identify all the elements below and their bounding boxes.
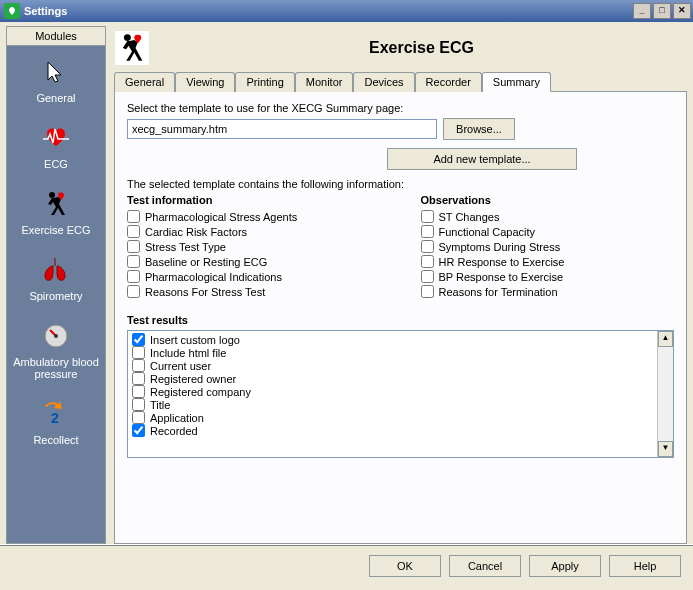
chk-pharm-indications[interactable]: Pharmacological Indications	[127, 270, 381, 283]
cursor-icon	[40, 56, 72, 88]
page-title: Exercise ECG	[156, 39, 687, 57]
main-panel: Exercise ECG General Viewing Printing Mo…	[106, 26, 687, 544]
chk-include-html[interactable]: Include html file	[132, 346, 657, 359]
sidebar-body: General ECG Exercise ECG Spirometry	[7, 46, 105, 543]
titlebar: Settings _ □ ✕	[0, 0, 693, 22]
ecg-heart-icon	[40, 122, 72, 154]
chk-stress-test-type[interactable]: Stress Test Type	[127, 240, 381, 253]
chk-functional-capacity[interactable]: Functional Capacity	[421, 225, 675, 238]
chk-st-changes[interactable]: ST Changes	[421, 210, 675, 223]
chk-recorded[interactable]: Recorded	[132, 424, 657, 437]
cancel-button[interactable]: Cancel	[449, 555, 521, 577]
scroll-up-button[interactable]: ▲	[658, 331, 673, 347]
chk-application[interactable]: Application	[132, 411, 657, 424]
content-area: Modules General ECG Exercise ECG	[0, 22, 693, 544]
chk-symptoms-stress[interactable]: Symptoms During Stress	[421, 240, 675, 253]
chk-hr-response[interactable]: HR Response to Exercise	[421, 255, 675, 268]
exercise-ecg-icon	[40, 188, 72, 220]
gauge-icon	[40, 320, 72, 352]
scroll-track[interactable]	[658, 347, 673, 441]
chk-current-user[interactable]: Current user	[132, 359, 657, 372]
window-controls: _ □ ✕	[633, 3, 691, 19]
module-ambulatory-bp[interactable]: Ambulatory blood pressure	[7, 310, 105, 388]
chk-cardiac-risk[interactable]: Cardiac Risk Factors	[127, 225, 381, 238]
tab-printing[interactable]: Printing	[235, 72, 294, 92]
svg-point-4	[124, 34, 131, 41]
chk-registered-owner[interactable]: Registered owner	[132, 372, 657, 385]
chk-reasons-termination[interactable]: Reasons for Termination	[421, 285, 675, 298]
chk-baseline-ecg[interactable]: Baseline or Resting ECG	[127, 255, 381, 268]
observations-header: Observations	[421, 194, 675, 206]
module-general[interactable]: General	[7, 46, 105, 112]
module-recollect[interactable]: 2 Recollect	[7, 388, 105, 454]
browse-button[interactable]: Browse...	[443, 118, 515, 140]
tab-summary[interactable]: Summary	[482, 72, 551, 92]
lungs-icon	[40, 254, 72, 286]
test-results-header: Test results	[127, 314, 674, 326]
summary-panel: Select the template to use for the XECG …	[114, 92, 687, 544]
select-template-label: Select the template to use for the XECG …	[127, 102, 674, 114]
module-label: Exercise ECG	[9, 224, 103, 236]
module-spirometry[interactable]: Spirometry	[7, 244, 105, 310]
svg-point-0	[49, 192, 55, 198]
window-title: Settings	[24, 5, 633, 17]
tab-viewing[interactable]: Viewing	[175, 72, 235, 92]
chk-pharm-stress-agents[interactable]: Pharmacological Stress Agents	[127, 210, 381, 223]
sidebar-header: Modules	[7, 27, 105, 46]
add-template-button[interactable]: Add new template...	[387, 148, 577, 170]
module-exercise-ecg[interactable]: Exercise ECG	[7, 178, 105, 244]
scroll-down-button[interactable]: ▼	[658, 441, 673, 457]
chk-title[interactable]: Title	[132, 398, 657, 411]
test-results-list: Insert custom logo Include html file Cur…	[127, 330, 674, 458]
tab-bar: General Viewing Printing Monitor Devices…	[114, 72, 687, 92]
app-icon	[4, 3, 20, 19]
module-label: General	[9, 92, 103, 104]
ok-button[interactable]: OK	[369, 555, 441, 577]
help-button[interactable]: Help	[609, 555, 681, 577]
test-info-header: Test information	[127, 194, 381, 206]
svg-point-2	[54, 334, 58, 338]
exercise-ecg-header-icon	[114, 30, 150, 66]
chk-registered-company[interactable]: Registered company	[132, 385, 657, 398]
template-path-input[interactable]	[127, 119, 437, 139]
contains-label: The selected template contains the follo…	[127, 178, 674, 190]
svg-text:2: 2	[51, 410, 59, 426]
dialog-button-bar: OK Cancel Apply Help	[0, 544, 693, 587]
test-info-column: Test information Pharmacological Stress …	[127, 194, 381, 300]
tab-monitor[interactable]: Monitor	[295, 72, 354, 92]
main-header: Exercise ECG	[114, 26, 687, 72]
close-button[interactable]: ✕	[673, 3, 691, 19]
modules-sidebar: Modules General ECG Exercise ECG	[6, 26, 106, 544]
module-label: Recollect	[9, 434, 103, 446]
minimize-button[interactable]: _	[633, 3, 651, 19]
recollect-icon: 2	[40, 398, 72, 430]
module-label: ECG	[9, 158, 103, 170]
observations-column: Observations ST Changes Functional Capac…	[421, 194, 675, 300]
chk-insert-logo[interactable]: Insert custom logo	[132, 333, 657, 346]
apply-button[interactable]: Apply	[529, 555, 601, 577]
maximize-button[interactable]: □	[653, 3, 671, 19]
chk-reasons-stress-test[interactable]: Reasons For Stress Test	[127, 285, 381, 298]
tab-recorder[interactable]: Recorder	[415, 72, 482, 92]
module-ecg[interactable]: ECG	[7, 112, 105, 178]
tab-general[interactable]: General	[114, 72, 175, 92]
tab-devices[interactable]: Devices	[353, 72, 414, 92]
results-scrollbar[interactable]: ▲ ▼	[657, 331, 673, 457]
chk-bp-response[interactable]: BP Response to Exercise	[421, 270, 675, 283]
module-label: Spirometry	[9, 290, 103, 302]
module-label: Ambulatory blood pressure	[9, 356, 103, 380]
